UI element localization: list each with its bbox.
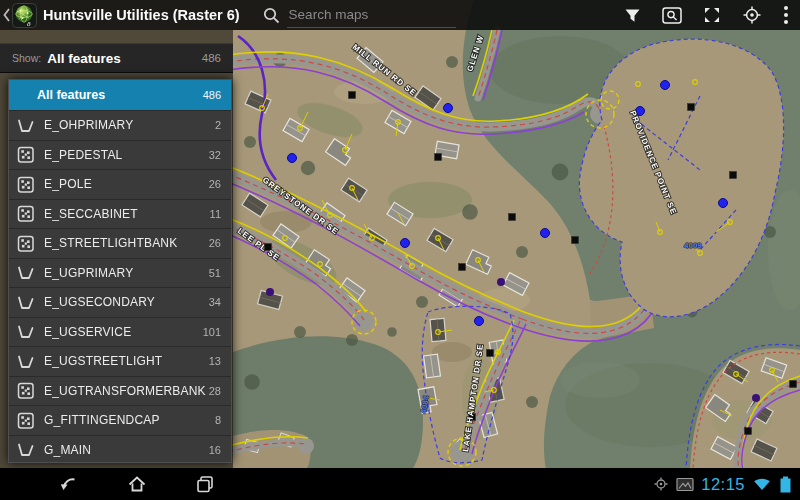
layer-label: All features — [37, 88, 105, 102]
layer-count: 26 — [209, 178, 221, 190]
page-title: Huntsville Utilities (Raster 6) — [43, 7, 240, 23]
app-logo-icon[interactable]: ō — [12, 3, 37, 28]
layer-row[interactable]: E_POLE26 — [9, 169, 231, 199]
show-label: Show: — [12, 52, 41, 64]
layer-count: 34 — [209, 296, 221, 308]
svg-text:ō: ō — [27, 19, 31, 27]
layer-label: E_PEDESTAL — [44, 148, 122, 162]
layer-label: G_FITTINGENDCAP — [44, 413, 160, 427]
line-layer-icon — [16, 440, 35, 459]
layer-label: E_UGTRANSFORMERBANK — [44, 384, 206, 398]
layer-row-all-features[interactable]: All features 486 — [9, 80, 231, 110]
layer-label: E_SECCABINET — [44, 207, 138, 221]
layer-count: 13 — [209, 355, 221, 367]
line-layer-icon — [16, 293, 35, 312]
spinner-count: 486 — [202, 52, 221, 64]
layer-row[interactable]: E_UGTRANSFORMERBANK28 — [9, 376, 231, 406]
layer-count: 101 — [203, 326, 221, 338]
search-box — [262, 3, 456, 28]
layer-count: 16 — [209, 444, 221, 456]
line-layer-icon — [16, 263, 35, 282]
layer-label: E_UGSERVICE — [44, 325, 131, 339]
recent-apps-icon[interactable] — [194, 473, 216, 495]
layer-count: 486 — [203, 89, 221, 101]
layer-filter-spinner[interactable]: Show: All features 486 — [0, 43, 233, 73]
point-layer-icon — [16, 381, 35, 400]
layer-label: E_OHPRIMARY — [44, 118, 133, 132]
layer-count: 2 — [215, 119, 221, 131]
layer-label: E_STREETLIGHTBANK — [44, 236, 177, 250]
line-layer-icon — [16, 116, 35, 135]
back-chevron-icon[interactable] — [0, 0, 12, 30]
android-nav-bar: 12:15 — [0, 468, 800, 500]
layer-count: 51 — [209, 267, 221, 279]
layer-row[interactable]: G_FITTINGENDCAP8 — [9, 405, 231, 435]
point-layer-icon — [16, 145, 35, 164]
layer-count: 32 — [209, 149, 221, 161]
layer-row[interactable]: E_UGSERVICE101 — [9, 317, 231, 347]
overflow-menu-icon[interactable] — [772, 0, 800, 30]
fullscreen-icon[interactable] — [692, 0, 732, 30]
layer-count: 28 — [209, 385, 221, 397]
screenshot-notification-icon — [676, 477, 694, 492]
layer-count: 11 — [210, 208, 221, 220]
layer-label: E_UGSECONDARY — [44, 295, 155, 309]
layer-row[interactable]: E_UGSECONDARY34 — [9, 287, 231, 317]
layer-row[interactable]: E_PEDESTAL32 — [9, 140, 231, 170]
wifi-icon — [752, 476, 772, 492]
layer-row[interactable]: G_MAIN16 — [9, 435, 231, 464]
layer-label: E_UGPRIMARY — [44, 266, 133, 280]
spinner-value: All features — [47, 51, 121, 66]
address-label: 4009 — [684, 241, 702, 250]
point-layer-icon — [16, 411, 35, 430]
home-icon[interactable] — [126, 473, 148, 495]
inspect-icon[interactable] — [652, 0, 692, 30]
layer-count: 8 — [215, 414, 221, 426]
layer-row[interactable]: E_UGPRIMARY51 — [9, 258, 231, 288]
layer-row[interactable]: E_SECCABINET11 — [9, 199, 231, 229]
layer-dropdown: All features 486 E_OHPRIMARY2 E_PEDESTAL… — [8, 79, 232, 463]
action-bar: ō Huntsville Utilities (Raster 6) — [0, 0, 800, 30]
layer-row[interactable]: E_OHPRIMARY2 — [9, 110, 231, 140]
layer-count: 26 — [209, 237, 221, 249]
clock[interactable]: 12:15 — [701, 475, 745, 494]
back-icon[interactable] — [58, 473, 80, 495]
point-layer-icon — [16, 234, 35, 253]
layer-label: E_UGSTREETLIGHT — [44, 354, 162, 368]
layer-label: E_POLE — [44, 177, 92, 191]
line-layer-icon — [16, 352, 35, 371]
filter-icon[interactable] — [612, 0, 652, 30]
layer-row[interactable]: E_STREETLIGHTBANK26 — [9, 228, 231, 258]
point-layer-icon — [16, 175, 35, 194]
layer-row[interactable]: E_UGSTREETLIGHT13 — [9, 346, 231, 376]
line-layer-icon — [16, 322, 35, 341]
search-input[interactable] — [287, 3, 456, 28]
locate-icon[interactable] — [732, 0, 772, 30]
battery-icon — [779, 475, 792, 494]
search-icon — [262, 6, 281, 25]
point-layer-icon — [16, 204, 35, 223]
layer-label: G_MAIN — [44, 443, 91, 457]
gps-status-icon — [653, 476, 669, 492]
